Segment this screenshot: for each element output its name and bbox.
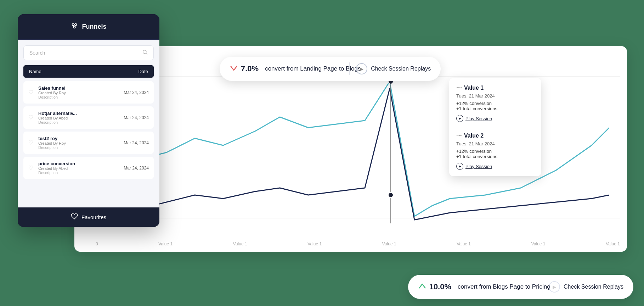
tooltip-card: 〜 Value 1 Tues. 21 Mar 2024 +12% convers…	[449, 78, 541, 176]
trend-icon-1: 〜	[456, 84, 462, 92]
bottom-pill-text: convert from Blogs Page to Pricing	[458, 283, 536, 291]
funnel-desc: Description	[38, 95, 120, 99]
funnel-desc: Description	[38, 145, 120, 150]
value1-conversion: +12% conversion	[456, 101, 534, 106]
bottom-play-circle-icon: ▶	[549, 281, 560, 293]
list-item[interactable]: ♡ Sales funnel Created By Roy Descriptio…	[23, 81, 154, 104]
table-header: Name Date	[23, 65, 154, 78]
bottom-pill-metric: 10.0%	[418, 282, 451, 292]
funnel-date: Mar 24, 2024	[124, 115, 149, 120]
sidebar-panel: Funnels Search Name Date ♡ Sales funnel …	[18, 14, 159, 227]
heart-icon: ♡	[28, 89, 35, 96]
funnel-creator: Created By Abed	[38, 116, 120, 120]
sidebar-body: Search Name Date ♡ Sales funnel Created …	[18, 40, 159, 210]
x-label-2: Value 1	[233, 241, 247, 246]
funnel-desc: Description	[38, 120, 120, 124]
funnel-info: Hotjar alternativ... Created By Abed Des…	[38, 111, 120, 124]
svg-point-5	[143, 50, 146, 54]
list-item[interactable]: ♡ Hotjar alternativ... Created By Abed D…	[23, 106, 154, 129]
x-axis-labels: 0 Value 1 Value 1 Value 1 Value 1 Value …	[96, 241, 620, 246]
bottom-pill: 10.0% convert from Blogs Page to Pricing…	[408, 275, 633, 299]
tooltip-divider	[456, 127, 534, 127]
funnel-name: Sales funnel	[38, 85, 120, 91]
funnel-creator: Created By Roy	[38, 91, 120, 95]
heart-icon: ♡	[28, 165, 35, 171]
favourites-icon	[71, 213, 78, 222]
play-session-1-label: Play Session	[465, 116, 492, 121]
x-label-1: Value 1	[158, 241, 173, 246]
funnel-name: Hotjar alternativ...	[38, 111, 120, 116]
funnel-date: Mar 24, 2024	[124, 140, 149, 145]
play-session-1-button[interactable]: ▶ Play Session	[456, 115, 534, 122]
svg-point-1	[75, 24, 77, 26]
x-label-3: Value 1	[307, 241, 322, 246]
top-pill-text: convert from Landing Page to Blogs	[265, 65, 343, 73]
list-item[interactable]: ♡ test2 roy Created By Roy Description M…	[23, 132, 154, 154]
play-session-icon-2: ▶	[456, 163, 463, 170]
list-item[interactable]: ♡ price conversion Created By Abed Descr…	[23, 157, 154, 179]
x-label-0: 0	[96, 241, 98, 246]
play-session-2-label: Play Session	[465, 164, 492, 169]
top-pill-metric: 7.0%	[230, 64, 259, 74]
bottom-pill-percent: 10.0%	[429, 282, 451, 291]
svg-point-9	[388, 193, 393, 197]
funnel-creator: Created By Roy	[38, 141, 120, 145]
heart-icon: ♡	[28, 114, 35, 121]
heart-icon: ♡	[28, 139, 35, 146]
up-arrow-icon	[418, 282, 426, 292]
funnel-info: Sales funnel Created By Roy Description	[38, 85, 120, 99]
svg-line-6	[146, 53, 147, 55]
sidebar-footer[interactable]: Favourites	[18, 207, 159, 227]
value2-label: Value 2	[464, 133, 484, 139]
value1-date: Tues. 21 Mar 2024	[456, 93, 534, 99]
funnel-date: Mar 24, 2024	[124, 90, 149, 95]
x-label-7: Value 1	[606, 241, 620, 246]
down-arrow-icon	[230, 64, 238, 74]
top-pill-percent: 7.0%	[241, 64, 259, 73]
play-session-2-button[interactable]: ▶ Play Session	[456, 163, 534, 170]
col-name: Name	[29, 69, 139, 74]
funnel-creator: Created By Abed	[38, 166, 120, 171]
check-session-replays-button[interactable]: ▶ Check Session Replays	[356, 63, 431, 74]
search-placeholder: Search	[29, 50, 45, 56]
x-label-5: Value 1	[457, 241, 471, 246]
x-label-4: Value 1	[382, 241, 396, 246]
value1-label: Value 1	[464, 85, 484, 91]
check-session-label: Check Session Replays	[371, 66, 431, 72]
trend-icon-2: 〜	[456, 132, 462, 140]
value2-total: +1 total conversions	[456, 154, 534, 159]
svg-point-0	[72, 24, 74, 26]
svg-line-3	[73, 26, 75, 26]
funnels-icon	[70, 22, 78, 32]
play-session-icon-1: ▶	[456, 115, 463, 122]
funnel-name: test2 roy	[38, 136, 120, 141]
value1-total: +1 total conversions	[456, 106, 534, 111]
search-box[interactable]: Search	[23, 45, 154, 60]
svg-point-2	[74, 26, 76, 28]
x-label-6: Value 1	[531, 241, 546, 246]
search-icon	[142, 49, 148, 56]
svg-line-4	[74, 26, 76, 26]
bottom-session-label: Check Session Replays	[564, 284, 623, 290]
pill-divider	[349, 62, 350, 75]
bottom-check-session-button[interactable]: ▶ Check Session Replays	[549, 281, 623, 293]
funnel-info: price conversion Created By Abed Descrip…	[38, 161, 120, 175]
funnel-desc: Description	[38, 171, 120, 175]
funnel-date: Mar 24, 2024	[124, 166, 149, 171]
favourites-label: Favourites	[81, 214, 106, 220]
value2-conversion: +12% conversion	[456, 149, 534, 154]
play-circle-icon: ▶	[356, 63, 367, 74]
funnel-info: test2 roy Created By Roy Description	[38, 136, 120, 150]
sidebar-header: Funnels	[18, 14, 159, 40]
col-date: Date	[139, 69, 148, 74]
top-pill: 7.0% convert from Landing Page to Blogs …	[220, 57, 441, 81]
funnel-name: price conversion	[38, 161, 120, 166]
sidebar-title: Funnels	[82, 23, 106, 30]
bottom-pill-divider	[542, 280, 542, 293]
value2-date: Tues. 21 Mar 2024	[456, 141, 534, 146]
